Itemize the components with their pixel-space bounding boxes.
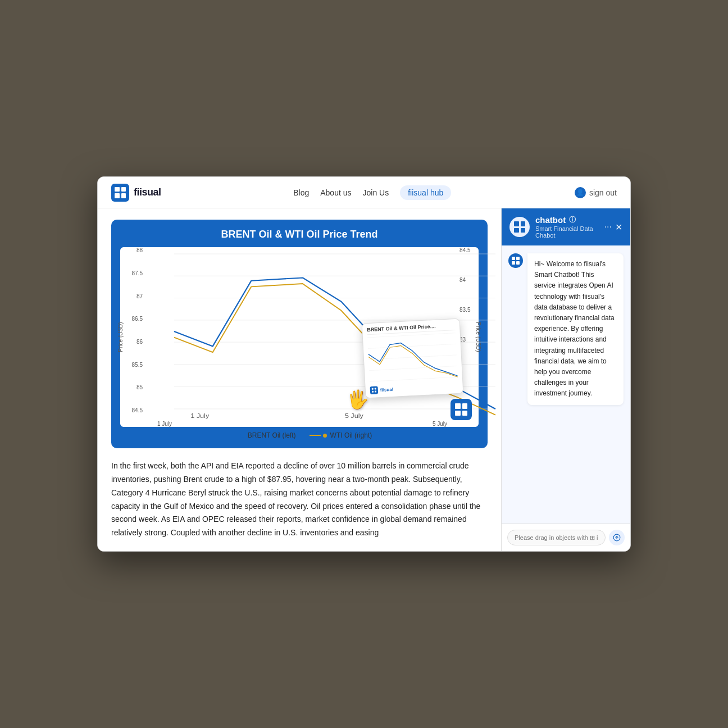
chart-thumbnail[interactable]: BRENT Oil & WTI Oil Price.... <box>362 319 464 399</box>
thumb-chart-svg <box>367 333 458 382</box>
chatbot-name: chatbot ⓘ <box>535 215 599 225</box>
svg-line-14 <box>370 377 458 381</box>
legend-wti: WTI Oil (right) <box>310 431 372 439</box>
nav-right: 👤 sign out <box>575 187 617 198</box>
logo-icon <box>111 184 129 202</box>
x-axis-labels: 1 July 5 July <box>146 421 458 427</box>
chatbot-messages: Hi~ Welcome to fiisual's Smart Chatbot! … <box>502 245 630 524</box>
chatbot-input-area <box>502 524 630 551</box>
thumb-logo <box>370 386 379 394</box>
logo-area[interactable]: fiisual <box>111 184 161 202</box>
y-axis-left: 88 87.5 87 86.5 86 85.5 85 84.5 <box>120 247 146 413</box>
chatbot-panel: chatbot ⓘ Smart Financial Data Chabot ··… <box>501 208 630 551</box>
nav-join[interactable]: Join Us <box>363 188 389 197</box>
chatbot-header: chatbot ⓘ Smart Financial Data Chabot ··… <box>502 208 630 245</box>
chart-inner: 88 87.5 87 86.5 86 85.5 85 84.5 84.5 84 … <box>120 247 479 427</box>
legend-brent: BRENT Oil (left) <box>227 431 296 439</box>
chatbot-avatar-icon <box>509 217 530 237</box>
nav-about[interactable]: About us <box>320 188 351 197</box>
bot-message: Hi~ Welcome to fiisual's Smart Chatbot! … <box>508 253 624 404</box>
chat-send-button[interactable] <box>609 530 625 545</box>
legend-brent-label: BRENT Oil (left) <box>248 431 296 439</box>
chatbot-title-area: chatbot ⓘ Smart Financial Data Chabot <box>535 215 599 239</box>
chart-legend: BRENT Oil (left) WTI Oil (right) <box>120 431 479 439</box>
content-area: BRENT Oil & WTI Oil Price Trend 88 87.5 … <box>98 208 501 551</box>
cursor-hand: 🖐 <box>347 389 369 410</box>
send-icon <box>613 534 621 542</box>
info-icon[interactable]: ⓘ <box>569 215 576 225</box>
sign-out-label: sign out <box>589 188 617 197</box>
article-body: In the first week, both the API and EIA … <box>111 459 488 540</box>
chat-input-field[interactable] <box>507 530 606 545</box>
y-axis-label-left: Price (USD) <box>117 322 124 352</box>
chatbot-subtitle: Smart Financial Data Chabot <box>535 225 599 239</box>
logo-text: fiisual <box>134 186 161 198</box>
svg-line-13 <box>369 366 457 371</box>
svg-line-12 <box>368 355 457 360</box>
browser-window: fiisual Blog About us Join Us fiisual hu… <box>97 176 631 552</box>
fiisual-hub-button[interactable] <box>451 399 472 420</box>
nav-hub[interactable]: fiisual hub <box>400 185 451 200</box>
chart-container: BRENT Oil & WTI Oil Price Trend 88 87.5 … <box>111 220 488 448</box>
svg-text:1 July: 1 July <box>190 412 210 419</box>
chatbot-header-actions: ··· ✕ <box>604 222 622 233</box>
thumb-logo-text: fiisual <box>380 386 394 392</box>
user-icon: 👤 <box>575 187 586 198</box>
svg-line-11 <box>368 344 456 348</box>
svg-text:5 July: 5 July <box>345 412 364 419</box>
more-options-button[interactable]: ··· <box>604 222 612 232</box>
nav-links: Blog About us Join Us fiisual hub <box>184 185 561 200</box>
thumb-footer: fiisual <box>370 382 459 394</box>
chart-title: BRENT Oil & WTI Oil Price Trend <box>120 229 479 240</box>
nav-blog[interactable]: Blog <box>293 188 309 197</box>
legend-wti-label: WTI Oil (right) <box>330 431 372 439</box>
bot-message-bubble: Hi~ Welcome to fiisual's Smart Chatbot! … <box>527 253 624 404</box>
close-chatbot-button[interactable]: ✕ <box>615 222 622 233</box>
bot-message-avatar <box>508 253 523 268</box>
sign-out-button[interactable]: 👤 sign out <box>575 187 617 198</box>
main-area: BRENT Oil & WTI Oil Price Trend 88 87.5 … <box>98 208 630 551</box>
navbar: fiisual Blog About us Join Us fiisual hu… <box>98 177 630 208</box>
